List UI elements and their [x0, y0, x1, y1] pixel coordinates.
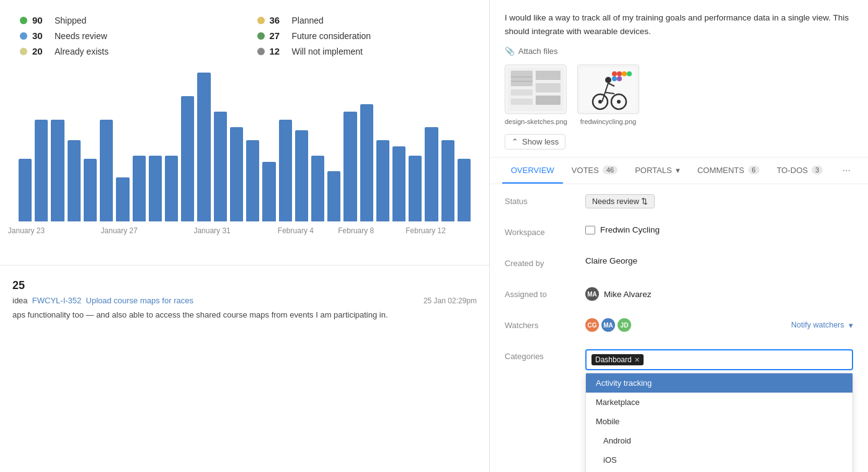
svg-point-10: [612, 71, 617, 76]
portals-dropdown-icon: ▾: [676, 166, 680, 175]
tab-todos[interactable]: TO-DOS 3: [768, 158, 831, 184]
tabs-bar: OVERVIEW VOTES 46 PORTALS ▾ COMMENTS 6 T…: [490, 158, 868, 184]
tab-votes[interactable]: VOTES 46: [563, 158, 626, 184]
status-value: Needs review ⇅: [585, 194, 655, 208]
svg-point-11: [617, 71, 622, 76]
show-less-label: Show less: [522, 137, 559, 146]
categories-input[interactable]: Dashboard ✕: [585, 349, 853, 370]
chart-bar: [392, 146, 405, 221]
chart-bar: [409, 156, 422, 221]
chart-bar: [35, 120, 48, 221]
svg-rect-1: [511, 71, 533, 86]
category-tag-remove[interactable]: ✕: [634, 356, 640, 364]
chart-bar: [441, 140, 454, 221]
left-panel: 90 Shipped 36 Planned 30 Needs review 27…: [0, 0, 490, 472]
chart-bar: [181, 96, 194, 221]
assigned-avatar: MA: [585, 287, 599, 301]
idea-time: 25 Jan 02:29pm: [423, 296, 477, 305]
tab-more[interactable]: ···: [838, 158, 856, 184]
chart-bars: [12, 73, 477, 221]
x-label-feb4: February 4: [278, 226, 314, 235]
idea-text: aps functionality too — and also able to…: [12, 309, 477, 321]
chevron-up-icon: ⌃: [512, 137, 518, 146]
chart-bar: [68, 140, 81, 221]
chart-area: January 23 January 27 January 31 Februar…: [0, 66, 489, 259]
svg-point-24: [617, 100, 621, 104]
future-dot: [257, 32, 265, 40]
tab-portals[interactable]: PORTALS ▾: [626, 158, 688, 184]
chart-bar: [343, 112, 356, 221]
watchers-label: Watchers: [505, 318, 585, 330]
description-text: I would like a way to track all of my tr…: [505, 11, 853, 38]
chart-bar: [458, 159, 471, 221]
dropdown-item-activity-tracking[interactable]: Activity tracking: [586, 373, 852, 393]
dropdown-item-ios[interactable]: iOS: [586, 450, 852, 470]
attach-label: Attach files: [518, 47, 558, 56]
will-not-label: Will not implement: [292, 47, 363, 56]
category-tag-dashboard: Dashboard ✕: [591, 354, 644, 365]
notify-watchers-button[interactable]: Notify watchers ▾: [791, 321, 853, 330]
already-exists-number: 20: [32, 46, 50, 56]
tab-comments[interactable]: COMMENTS 6: [689, 158, 768, 184]
categories-row: Categories Dashboard ✕ Activity tracking…: [505, 349, 853, 370]
idea-link[interactable]: FWCYL-I-352 Upload course maps for races: [32, 296, 193, 305]
chart-bar: [425, 127, 438, 221]
future-label: Future consideration: [292, 31, 371, 41]
cycling-svg: [580, 68, 636, 111]
attachment-design-sketches[interactable]: design-sketches.png: [505, 65, 567, 125]
x-label-jan31: January 31: [193, 226, 230, 235]
attachments: design-sketches.png: [505, 65, 853, 125]
legend-planned: 36 Planned: [257, 15, 470, 25]
categories-input-wrap: Dashboard ✕ Activity tracking Marketplac…: [585, 349, 853, 370]
assigned-to-value: MA Mike Alvarez: [585, 287, 652, 301]
design-sketches-svg: [508, 68, 564, 111]
status-badge[interactable]: Needs review ⇅: [585, 194, 655, 208]
status-row: Status Needs review ⇅: [505, 194, 853, 214]
dropdown-item-mobile[interactable]: Mobile: [586, 412, 852, 431]
idea-prefix: idea FWCYL-I-352 Upload course maps for …: [12, 296, 193, 305]
comments-badge: 6: [748, 166, 760, 174]
planned-number: 36: [270, 15, 287, 25]
legend-needs-review: 30 Needs review: [20, 30, 232, 41]
future-number: 27: [270, 30, 287, 41]
description-box: I would like a way to track all of my tr…: [490, 0, 868, 158]
needs-review-number: 30: [32, 30, 50, 41]
chart-bar: [262, 162, 275, 221]
svg-rect-2: [511, 89, 533, 96]
attachment-cycling[interactable]: fredwincycling.png: [577, 65, 639, 125]
tab-overview[interactable]: OVERVIEW: [502, 158, 563, 184]
chart-bar: [279, 120, 292, 221]
legend-shipped: 90 Shipped: [20, 15, 232, 25]
created-by-label: Created by: [505, 256, 585, 268]
show-less-button[interactable]: ⌃ Show less: [505, 134, 565, 149]
x-label-feb12: February 12: [405, 226, 446, 235]
chart-bar: [100, 120, 113, 221]
dropdown-item-navigation[interactable]: Navigation: [586, 470, 852, 472]
attach-files[interactable]: 📎 Attach files: [505, 47, 853, 56]
x-label-feb8: February 8: [338, 226, 374, 235]
shipped-number: 90: [32, 15, 50, 25]
dropdown-item-marketplace[interactable]: Marketplace: [586, 393, 852, 412]
needs-review-dot: [20, 32, 27, 40]
chart-bar: [295, 130, 308, 221]
planned-label: Planned: [292, 16, 324, 25]
svg-point-15: [617, 76, 622, 81]
legend: 90 Shipped 36 Planned 30 Needs review 27…: [0, 0, 489, 66]
dropdown-item-android[interactable]: Android: [586, 431, 852, 450]
chart-bar: [214, 112, 227, 221]
assigned-to-label: Assigned to: [505, 287, 585, 299]
x-axis: January 23 January 27 January 31 Februar…: [12, 221, 477, 239]
will-not-dot: [257, 48, 265, 55]
already-exists-dot: [20, 48, 27, 55]
status-label: Status: [505, 194, 585, 206]
svg-rect-5: [536, 83, 560, 92]
svg-point-14: [612, 76, 617, 81]
chart-bar: [360, 104, 373, 221]
divider: [0, 265, 489, 265]
right-panel: I would like a way to track all of my tr…: [490, 0, 868, 472]
svg-point-12: [622, 71, 627, 76]
design-sketches-name: design-sketches.png: [505, 118, 567, 125]
categories-label: Categories: [505, 349, 585, 361]
created-by-value: Claire George: [585, 256, 637, 265]
watcher-avatar-3: JD: [618, 318, 631, 332]
